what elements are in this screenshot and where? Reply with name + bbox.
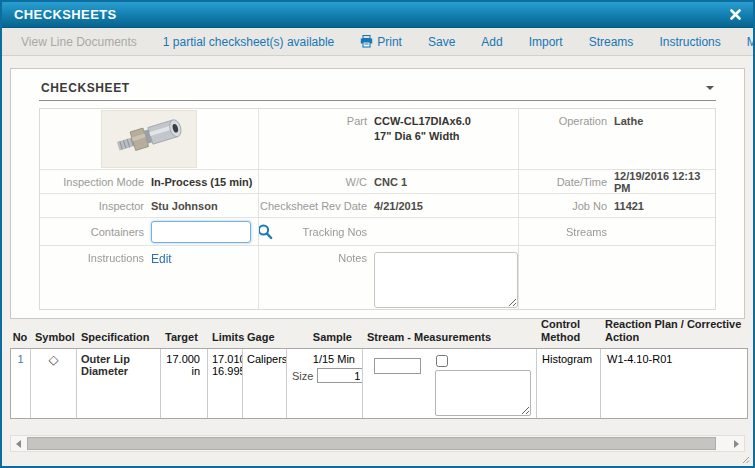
target-value: 17.000 in [161,349,208,418]
date-time-value: 12/19/2016 12:13 PM [614,170,715,194]
sample-size-label: Size [292,370,313,382]
containers-label: Containers [40,226,144,238]
sample-size-input[interactable] [317,368,363,383]
spec-table: No Symbol Specification Target Limits Ga… [10,318,748,419]
containers-field: Containers [40,217,258,245]
measurement-notes-textarea[interactable] [435,370,531,416]
streams-label: Streams [519,226,607,238]
containers-input[interactable] [151,221,251,243]
add-button[interactable]: Add [468,35,515,49]
more-dropdown[interactable]: More [734,35,755,49]
tracking-nos-label: Tracking Nos [259,226,367,238]
operation-label: Operation [519,115,607,127]
resize-grip-icon[interactable] [741,455,750,464]
instructions-label: Instructions [40,252,144,264]
empty-cell [518,245,715,309]
rev-date-field: Checksheet Rev Date 4/21/2015 [258,193,518,217]
header-target: Target [160,331,207,344]
measurement-checkbox[interactable] [436,355,448,367]
inspection-mode-label: Inspection Mode [40,176,144,188]
save-button[interactable]: Save [415,35,468,49]
streams-field: Streams [518,217,715,245]
close-button[interactable] [727,7,743,23]
tracking-nos-field: Tracking Nos [258,217,518,245]
part-field: Part CCW-CL17DIAx6.0 17" Dia 6" Width [258,109,518,169]
scrollbar-track[interactable] [26,437,729,450]
part-photo [101,110,197,168]
notes-field: Notes [258,245,518,309]
window-title: CHECKSHEETS [14,7,117,22]
inspection-mode-field: Inspection Mode In-Process (15 min) [40,169,258,193]
job-no-value: 11421 [614,200,644,212]
scroll-left-button[interactable] [11,436,26,451]
operation-field: Operation Lathe [518,109,715,169]
scroll-right-button[interactable] [729,436,744,451]
triangle-right-icon [734,440,739,448]
inspector-label: Inspector [40,200,144,212]
printer-icon [360,35,373,48]
operation-value: Lathe [614,115,643,127]
panel-title: CHECKSHEET [41,81,130,95]
checksheet-panel: CHECKSHEET [10,68,745,319]
scrollbar-thumb[interactable] [27,437,716,450]
notes-label: Notes [259,252,367,264]
sample-frequency: 1/15 Min [292,353,358,365]
row-number: 1 [11,349,31,418]
collapse-caret-icon[interactable] [706,86,714,90]
instructions-field: Instructions Edit [40,245,258,309]
checksheets-window: CHECKSHEETS View Line Documents 1 partia… [0,0,755,468]
streams-button[interactable]: Streams [576,35,647,49]
import-button[interactable]: Import [516,35,576,49]
control-method-value: Histogram [537,349,601,418]
inspection-mode-value: In-Process (15 min) [151,176,252,188]
rev-date-value: 4/21/2015 [374,200,423,212]
header-stream: Stream - Measurements [362,331,536,344]
header-reaction: Reaction Plan / Corrective Action [600,318,748,344]
instructions-edit-link[interactable]: Edit [151,252,172,266]
notes-textarea[interactable] [374,252,518,308]
part-label: Part [259,115,367,127]
part-value: CCW-CL17DIAx6.0 17" Dia 6" Width [374,115,471,142]
inspector-value: Stu Johnson [151,200,218,212]
job-no-field: Job No 11421 [518,193,715,217]
print-label: Print [377,35,402,49]
wc-label: W/C [259,176,367,188]
header-gage: Gage [242,331,286,344]
date-time-label: Date/Time [519,176,607,188]
limits-value: 17.010 16.995 [208,349,243,418]
wc-field: W/C CNC 1 [258,169,518,193]
close-icon [730,9,741,20]
sample-cell: 1/15 Min Size [287,349,363,418]
header-control: Control Method [536,318,600,344]
horizontal-scrollbar[interactable] [10,435,745,452]
inspector-field: Inspector Stu Johnson [40,193,258,217]
date-time-field: Date/Time 12/19/2016 12:13 PM [518,169,715,193]
header-symbol: Symbol [30,331,76,344]
checksheet-form: Part CCW-CL17DIAx6.0 17" Dia 6" Width Op… [39,108,716,310]
header-limits: Limits [207,331,242,344]
part-image-cell [40,109,258,169]
specification-value: Outer Lip Diameter [77,349,161,418]
partial-checksheets-link[interactable]: 1 partial checksheet(s) available [150,35,347,49]
table-row: 1 ◇ Outer Lip Diameter 17.000 in 17.010 … [10,348,748,419]
rev-date-label: Checksheet Rev Date [259,200,367,212]
header-no: No [10,331,30,344]
more-label: More [747,35,755,49]
header-specification: Specification [76,331,160,344]
reaction-plan-value: W1-4.10-R01 [601,349,747,418]
view-line-documents-button[interactable]: View Line Documents [8,35,150,49]
job-no-label: Job No [519,200,607,212]
gage-value: Calipers [243,349,287,418]
spec-table-header: No Symbol Specification Target Limits Ga… [10,318,748,348]
stream-measurements-cell [363,349,537,418]
toolbar: View Line Documents 1 partial checksheet… [2,28,753,56]
measurement-input[interactable] [374,358,421,374]
print-button[interactable]: Print [347,35,415,49]
header-sample: Sample [286,331,362,344]
titlebar: CHECKSHEETS [2,2,753,28]
wc-value: CNC 1 [374,176,407,188]
panel-header: CHECKSHEET [39,75,716,101]
instructions-button[interactable]: Instructions [646,35,733,49]
triangle-left-icon [16,440,21,448]
diamond-symbol-icon: ◇ [31,349,77,418]
